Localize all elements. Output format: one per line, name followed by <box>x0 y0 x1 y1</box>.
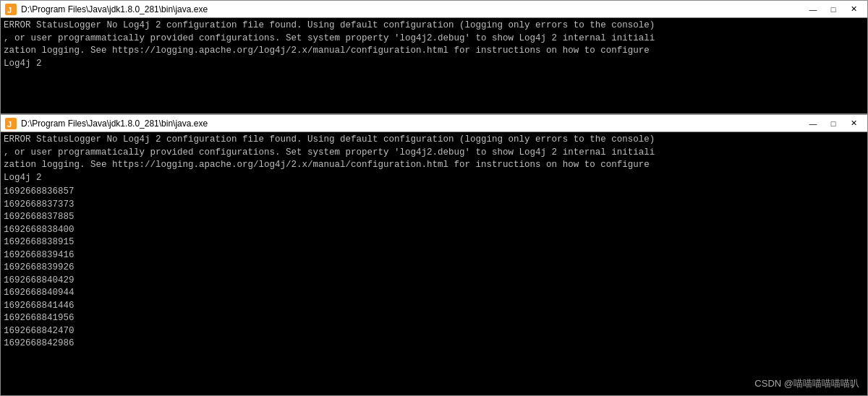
error-line-1-4: Log4j 2 <box>4 58 864 71</box>
window-1: J D:\Program Files\Java\jdk1.8.0_281\bin… <box>0 0 868 114</box>
minimize-btn-1[interactable]: — <box>804 3 822 16</box>
java-icon-2: J <box>5 118 17 129</box>
window-controls-1: — □ ✕ <box>804 3 863 16</box>
close-btn-1[interactable]: ✕ <box>844 3 863 16</box>
minimize-btn-2[interactable]: — <box>804 117 822 130</box>
close-btn-2[interactable]: ✕ <box>844 117 863 130</box>
list-item: 1692668840429 <box>4 275 864 288</box>
titlebar-1: J D:\Program Files\Java\jdk1.8.0_281\bin… <box>1 1 867 18</box>
console-output-2: ERROR StatusLogger No Log4j 2 configurat… <box>1 132 867 395</box>
window-title-1: D:\Program Files\Java\jdk1.8.0_281\bin\j… <box>21 4 804 14</box>
window-title-2: D:\Program Files\Java\jdk1.8.0_281\bin\j… <box>21 119 804 129</box>
window-controls-2: — □ ✕ <box>804 117 863 130</box>
list-item: 1692668839416 <box>4 249 864 262</box>
error-line-2-1: ERROR StatusLogger No Log4j 2 configurat… <box>4 134 864 147</box>
console-output-1: ERROR StatusLogger No Log4j 2 configurat… <box>1 18 867 113</box>
error-line-1-1: ERROR StatusLogger No Log4j 2 configurat… <box>4 20 864 33</box>
list-item: 1692668841956 <box>4 312 864 325</box>
list-item: 1692668840944 <box>4 287 864 300</box>
list-item: 1692668837885 <box>4 211 864 224</box>
app-container: J D:\Program Files\Java\jdk1.8.0_281\bin… <box>0 0 868 396</box>
list-item: 1692668838400 <box>4 224 864 237</box>
list-item: 1692668837373 <box>4 199 864 212</box>
svg-text:J: J <box>7 6 12 14</box>
java-icon-1: J <box>5 4 17 15</box>
maximize-btn-1[interactable]: □ <box>824 3 843 16</box>
error-line-2-4: Log4j 2 <box>4 172 864 185</box>
error-line-1-3: zation logging. See https://logging.apac… <box>4 45 864 58</box>
list-item: 1692668842470 <box>4 325 864 338</box>
error-line-2-3: zation logging. See https://logging.apac… <box>4 159 864 172</box>
list-item: 1692668842986 <box>4 337 864 350</box>
list-item: 1692668839926 <box>4 262 864 275</box>
list-item: 1692668838915 <box>4 236 864 249</box>
list-item: 1692668841446 <box>4 300 864 313</box>
titlebar-2: J D:\Program Files\Java\jdk1.8.0_281\bin… <box>1 115 867 132</box>
maximize-btn-2[interactable]: □ <box>824 117 843 130</box>
svg-text:J: J <box>7 120 12 129</box>
number-list: 1692668836857169266883737316926688378851… <box>4 186 864 350</box>
window-2: J D:\Program Files\Java\jdk1.8.0_281\bin… <box>0 114 868 396</box>
watermark: CSDN @喵喵喵喵喵喵叭 <box>754 377 859 390</box>
error-line-1-2: , or user programmatically provided conf… <box>4 33 864 46</box>
error-line-2-2: , or user programmatically provided conf… <box>4 147 864 160</box>
list-item: 1692668836857 <box>4 186 864 199</box>
